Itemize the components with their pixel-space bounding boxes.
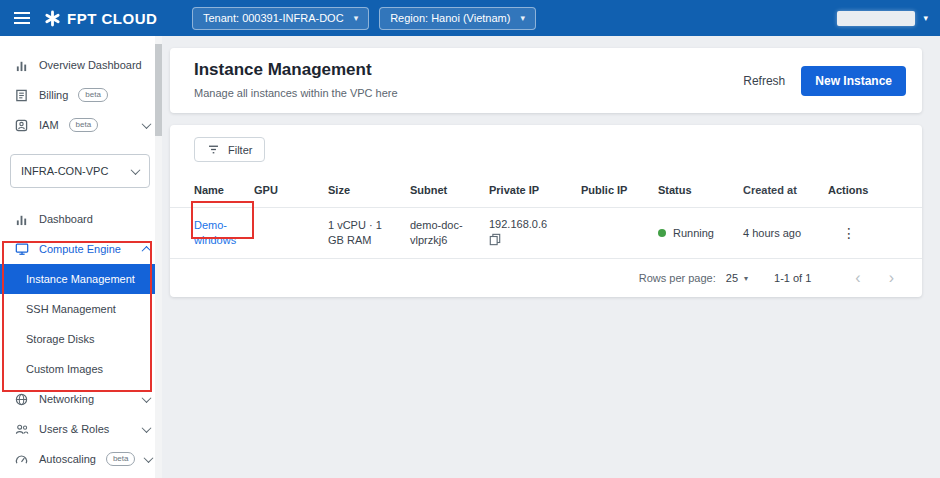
sidebar-item-label: Compute Engine (39, 243, 121, 255)
status-cell: Running (658, 227, 743, 239)
column-header-public-ip[interactable]: Public IP (581, 184, 658, 196)
vpc-selector[interactable]: INFRA-CON-VPC (10, 154, 150, 188)
filter-button[interactable]: Filter (194, 137, 265, 162)
column-header-subnet[interactable]: Subnet (410, 184, 489, 196)
rows-per-page-value: 25 (726, 272, 738, 284)
sidebar-item-autoscaling[interactable]: Autoscaling beta (0, 444, 162, 474)
tenant-selector[interactable]: Tenant: 000391-INFRA-DOC ▾ (192, 7, 369, 30)
column-header-size[interactable]: Size (328, 184, 410, 196)
bar-chart-icon (14, 212, 29, 227)
chevron-up-icon (142, 245, 152, 255)
sidebar-item-label: Autoscaling (39, 453, 96, 465)
filter-label: Filter (228, 144, 252, 156)
sidebar-item-overview-dashboard[interactable]: Overview Dashboard (0, 50, 162, 80)
sidebar-subitem-label: SSH Management (26, 303, 116, 315)
sidebar-item-custom-images[interactable]: Custom Images (0, 354, 162, 384)
receipt-icon (14, 88, 29, 103)
pagination-range: 1-1 of 1 (774, 272, 811, 284)
column-header-gpu[interactable]: GPU (254, 184, 328, 196)
tenant-label: Tenant: 000391-INFRA-DOC (203, 12, 344, 24)
actions-cell: ⋮ (828, 225, 922, 241)
copy-icon[interactable] (489, 233, 501, 246)
monitor-icon (14, 242, 29, 257)
sidebar-subitem-label: Instance Management (26, 273, 135, 285)
chevron-down-icon (142, 393, 152, 403)
sidebar-item-iam[interactable]: IAM beta (0, 110, 162, 140)
sidebar-item-label: Users & Roles (39, 423, 109, 435)
menu-icon[interactable] (12, 8, 32, 28)
user-menu[interactable]: ▾ (837, 11, 928, 26)
brand-text: FPT CLOUD (67, 10, 157, 27)
region-selector[interactable]: Region: Hanoi (Vietnam) ▾ (379, 7, 536, 30)
subnet-cell: demo-doc-vlprzkj6 (410, 218, 489, 248)
created-at-cell: 4 hours ago (743, 227, 828, 239)
sidebar-item-ssh-management[interactable]: SSH Management (0, 294, 162, 324)
page-header-actions: Refresh New Instance (743, 66, 906, 96)
sidebar: Overview Dashboard Billing beta IAM beta… (0, 36, 162, 478)
chevron-down-icon (142, 119, 152, 129)
filter-icon (207, 143, 220, 156)
sidebar-item-storage-disks[interactable]: Storage Disks (0, 324, 162, 354)
new-instance-button[interactable]: New Instance (801, 66, 906, 96)
sidebar-item-dashboard[interactable]: Dashboard (0, 204, 162, 234)
sidebar-item-label: Dashboard (39, 213, 93, 225)
sidebar-item-label: IAM (39, 119, 59, 131)
people-icon (14, 422, 29, 437)
scrollbar-thumb[interactable] (155, 44, 162, 136)
chevron-down-icon: ▾ (354, 13, 359, 23)
column-header-name[interactable]: Name (170, 184, 254, 196)
sidebar-item-label: Networking (39, 393, 94, 405)
private-ip-value: 192.168.0.6 (489, 218, 575, 230)
brand-logo: FPT CLOUD (44, 10, 174, 27)
chevron-down-icon: ▾ (744, 274, 748, 283)
sidebar-item-label: Billing (39, 89, 68, 101)
main-content: Instance Management Manage all instances… (162, 36, 940, 478)
column-header-created-at[interactable]: Created at (743, 184, 828, 196)
chevron-down-icon (144, 453, 154, 463)
column-header-private-ip[interactable]: Private IP (489, 184, 581, 196)
chevron-down-icon: ▾ (520, 13, 525, 23)
beta-badge: beta (78, 88, 108, 102)
private-ip-cell: 192.168.0.6 (489, 218, 581, 246)
previous-page-button[interactable]: ‹ (841, 269, 874, 287)
chevron-down-icon (131, 165, 141, 175)
kebab-menu-icon[interactable]: ⋮ (828, 225, 856, 241)
instance-name-link[interactable]: Demo-windows (194, 218, 246, 248)
status-dot-running (658, 229, 666, 237)
vpc-selector-value: INFRA-CON-VPC (21, 165, 108, 177)
table-row: Demo-windows 1 vCPU · 1 GB RAM demo-doc-… (170, 208, 922, 259)
fpt-star-icon (44, 10, 61, 27)
sidebar-item-networking[interactable]: Networking (0, 384, 162, 414)
refresh-button[interactable]: Refresh (743, 74, 785, 88)
instance-table-card: Filter Name GPU Size Subnet Private IP P… (170, 125, 922, 297)
subnet-value: demo-doc-vlprzkj6 (410, 218, 472, 248)
person-badge-icon (14, 118, 29, 133)
sidebar-scrollbar[interactable] (155, 36, 162, 478)
chevron-down-icon: ▾ (923, 13, 928, 23)
sidebar-subitem-label: Custom Images (26, 363, 103, 375)
sidebar-item-compute-engine[interactable]: Compute Engine (0, 234, 162, 264)
size-value: 1 vCPU · 1 GB RAM (328, 218, 388, 248)
page-subtitle: Manage all instances within the VPC here (194, 87, 398, 99)
sidebar-item-instance-management[interactable]: Instance Management (0, 264, 162, 294)
beta-badge: beta (106, 452, 136, 466)
rows-per-page-select[interactable]: 25 ▾ (726, 272, 748, 284)
rows-per-page-label: Rows per page: (639, 272, 716, 284)
globe-icon (14, 392, 29, 407)
sidebar-item-label: Overview Dashboard (39, 59, 142, 71)
region-label: Region: Hanoi (Vietnam) (390, 12, 510, 24)
next-page-button[interactable]: › (875, 269, 908, 287)
beta-badge: beta (69, 118, 99, 132)
page-header-text: Instance Management Manage all instances… (194, 60, 398, 99)
sidebar-item-users-roles[interactable]: Users & Roles (0, 414, 162, 444)
column-header-actions[interactable]: Actions (828, 184, 922, 196)
status-badge: Running (673, 227, 714, 239)
column-header-status[interactable]: Status (658, 184, 743, 196)
table-header-row: Name GPU Size Subnet Private IP Public I… (170, 172, 922, 208)
size-cell: 1 vCPU · 1 GB RAM (328, 218, 410, 248)
page-title: Instance Management (194, 60, 398, 80)
bar-chart-icon (14, 58, 29, 73)
table-footer: Rows per page: 25 ▾ 1-1 of 1 ‹ › (170, 259, 922, 297)
sidebar-item-billing[interactable]: Billing beta (0, 80, 162, 110)
instance-name-cell: Demo-windows (170, 218, 254, 248)
